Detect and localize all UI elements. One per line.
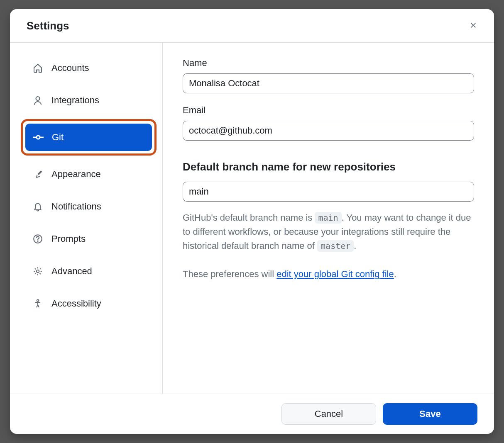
dialog-title: Settings <box>27 19 69 32</box>
code-main: main <box>315 212 341 224</box>
sidebar-item-label: Notifications <box>51 201 101 212</box>
content: Name Email Default branch name for new r… <box>163 43 494 394</box>
sidebar-item-label: Accessibility <box>51 298 101 309</box>
svg-point-5 <box>37 241 38 242</box>
settings-dialog: Settings Accounts Integrations <box>10 9 494 434</box>
email-label: Email <box>183 105 474 116</box>
sidebar-item-label: Integrations <box>51 95 99 106</box>
svg-point-1 <box>37 136 40 139</box>
sidebar-item-advanced[interactable]: Advanced <box>25 258 152 285</box>
close-icon <box>469 21 477 31</box>
paintbrush-icon <box>32 169 43 180</box>
question-icon <box>32 234 43 244</box>
dialog-footer: Cancel Save <box>10 394 494 434</box>
edit-config-link[interactable]: edit your global Git config file <box>276 269 394 279</box>
svg-point-0 <box>36 97 40 100</box>
name-label: Name <box>183 58 474 68</box>
highlight-box: Git <box>21 119 157 156</box>
sidebar-item-label: Appearance <box>51 169 101 180</box>
svg-point-6 <box>37 270 39 273</box>
sidebar-item-accessibility[interactable]: Accessibility <box>25 290 152 317</box>
cancel-button[interactable]: Cancel <box>281 403 376 425</box>
svg-point-7 <box>37 299 39 302</box>
sidebar-item-label: Advanced <box>51 266 92 277</box>
branch-heading: Default branch name for new repositories <box>183 161 474 173</box>
gear-icon <box>32 266 43 277</box>
branch-input[interactable] <box>183 182 474 202</box>
sidebar-item-accounts[interactable]: Accounts <box>25 54 152 82</box>
dialog-header: Settings <box>10 9 494 43</box>
sidebar-item-notifications[interactable]: Notifications <box>25 193 152 220</box>
close-button[interactable] <box>466 18 481 33</box>
bell-icon <box>32 201 43 212</box>
branch-help-text: GitHub's default branch name is main. Yo… <box>183 211 474 253</box>
email-input[interactable] <box>183 121 474 141</box>
name-input[interactable] <box>183 73 474 93</box>
sidebar-item-integrations[interactable]: Integrations <box>25 87 152 114</box>
person-icon <box>32 95 43 106</box>
sidebar-item-git[interactable]: Git <box>25 124 152 151</box>
home-icon <box>32 63 43 73</box>
code-master: master <box>317 240 354 252</box>
save-button[interactable]: Save <box>383 403 477 425</box>
config-help-text: These preferences will edit your global … <box>183 267 474 281</box>
sidebar-item-label: Git <box>52 132 64 143</box>
accessibility-icon <box>32 298 43 309</box>
git-commit-icon <box>33 132 44 143</box>
sidebar-item-label: Prompts <box>51 234 86 244</box>
sidebar-item-label: Accounts <box>51 63 89 73</box>
sidebar: Accounts Integrations Git <box>10 43 163 394</box>
sidebar-item-prompts[interactable]: Prompts <box>25 225 152 253</box>
sidebar-item-appearance[interactable]: Appearance <box>25 161 152 188</box>
